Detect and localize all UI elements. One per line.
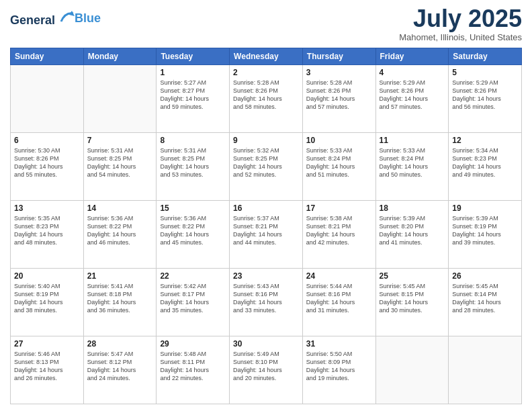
- table-row: [375, 336, 449, 404]
- table-row: 16Sunrise: 5:37 AM Sunset: 8:21 PM Dayli…: [230, 201, 303, 269]
- logo-general: General: [10, 13, 55, 27]
- day-number: 22: [160, 271, 226, 281]
- table-row: 29Sunrise: 5:48 AM Sunset: 8:11 PM Dayli…: [157, 336, 230, 404]
- day-number: 18: [380, 203, 445, 213]
- day-detail: Sunrise: 5:50 AM Sunset: 8:09 PM Dayligh…: [306, 350, 372, 383]
- logo-icon: [60, 9, 75, 24]
- header-tuesday: Tuesday: [157, 48, 230, 65]
- day-detail: Sunrise: 5:33 AM Sunset: 8:24 PM Dayligh…: [306, 146, 372, 179]
- day-detail: Sunrise: 5:31 AM Sunset: 8:25 PM Dayligh…: [87, 146, 153, 179]
- day-detail: Sunrise: 5:33 AM Sunset: 8:24 PM Dayligh…: [380, 146, 445, 179]
- day-detail: Sunrise: 5:27 AM Sunset: 8:27 PM Dayligh…: [160, 79, 226, 111]
- table-row: 28Sunrise: 5:47 AM Sunset: 8:12 PM Dayli…: [83, 336, 157, 404]
- calendar-table: Sunday Monday Tuesday Wednesday Thursday…: [10, 48, 522, 404]
- table-row: 25Sunrise: 5:45 AM Sunset: 8:15 PM Dayli…: [375, 269, 449, 336]
- day-number: 12: [452, 136, 518, 145]
- day-number: 4: [380, 68, 445, 77]
- day-detail: Sunrise: 5:29 AM Sunset: 8:26 PM Dayligh…: [452, 79, 518, 111]
- logo-text: General: [10, 9, 75, 28]
- day-detail: Sunrise: 5:47 AM Sunset: 8:12 PM Dayligh…: [87, 350, 153, 383]
- table-row: 4Sunrise: 5:29 AM Sunset: 8:26 PM Daylig…: [375, 65, 449, 133]
- table-row: 17Sunrise: 5:38 AM Sunset: 8:21 PM Dayli…: [302, 201, 375, 269]
- table-row: 5Sunrise: 5:29 AM Sunset: 8:26 PM Daylig…: [449, 65, 522, 133]
- day-detail: Sunrise: 5:49 AM Sunset: 8:10 PM Dayligh…: [233, 350, 299, 383]
- day-detail: Sunrise: 5:42 AM Sunset: 8:17 PM Dayligh…: [160, 282, 226, 315]
- day-detail: Sunrise: 5:38 AM Sunset: 8:21 PM Dayligh…: [306, 214, 372, 247]
- header: General Blue July 2025 Mahomet, Illinois…: [10, 7, 522, 42]
- day-number: 10: [306, 136, 372, 145]
- day-number: 31: [306, 339, 372, 349]
- logo-blue: Blue: [75, 11, 101, 26]
- day-number: 1: [160, 68, 226, 77]
- day-number: 15: [160, 203, 226, 213]
- table-row: [83, 65, 157, 133]
- table-row: 8Sunrise: 5:31 AM Sunset: 8:25 PM Daylig…: [157, 133, 230, 201]
- day-number: 29: [160, 339, 226, 349]
- day-detail: Sunrise: 5:46 AM Sunset: 8:13 PM Dayligh…: [14, 350, 80, 383]
- table-row: 30Sunrise: 5:49 AM Sunset: 8:10 PM Dayli…: [230, 336, 303, 404]
- day-detail: Sunrise: 5:45 AM Sunset: 8:15 PM Dayligh…: [380, 282, 445, 315]
- header-monday: Monday: [83, 48, 157, 65]
- day-number: 27: [14, 339, 80, 349]
- day-number: 11: [380, 136, 445, 145]
- table-row: 31Sunrise: 5:50 AM Sunset: 8:09 PM Dayli…: [302, 336, 375, 404]
- day-detail: Sunrise: 5:37 AM Sunset: 8:21 PM Dayligh…: [233, 214, 299, 247]
- month-title: July 2025: [399, 7, 522, 31]
- day-detail: Sunrise: 5:39 AM Sunset: 8:20 PM Dayligh…: [380, 214, 445, 247]
- day-number: 9: [233, 136, 299, 145]
- day-number: 13: [14, 203, 80, 213]
- header-friday: Friday: [375, 48, 449, 65]
- table-row: [11, 65, 84, 133]
- day-number: 23: [233, 271, 299, 281]
- day-detail: Sunrise: 5:45 AM Sunset: 8:14 PM Dayligh…: [452, 282, 518, 315]
- day-detail: Sunrise: 5:48 AM Sunset: 8:11 PM Dayligh…: [160, 350, 226, 383]
- location: Mahomet, Illinois, United States: [399, 32, 522, 42]
- day-number: 17: [306, 203, 372, 213]
- table-row: 26Sunrise: 5:45 AM Sunset: 8:14 PM Dayli…: [449, 269, 522, 336]
- day-number: 14: [87, 203, 153, 213]
- day-detail: Sunrise: 5:32 AM Sunset: 8:25 PM Dayligh…: [233, 146, 299, 179]
- day-detail: Sunrise: 5:41 AM Sunset: 8:18 PM Dayligh…: [87, 282, 153, 315]
- table-row: 2Sunrise: 5:28 AM Sunset: 8:26 PM Daylig…: [230, 65, 303, 133]
- day-number: 28: [87, 339, 153, 349]
- day-number: 16: [233, 203, 299, 213]
- day-detail: Sunrise: 5:28 AM Sunset: 8:26 PM Dayligh…: [233, 79, 299, 111]
- day-number: 8: [160, 136, 226, 145]
- day-detail: Sunrise: 5:31 AM Sunset: 8:25 PM Dayligh…: [160, 146, 226, 179]
- day-number: 3: [306, 68, 372, 77]
- day-number: 24: [306, 271, 372, 281]
- day-detail: Sunrise: 5:29 AM Sunset: 8:26 PM Dayligh…: [380, 79, 445, 111]
- calendar-header-row: Sunday Monday Tuesday Wednesday Thursday…: [11, 48, 522, 65]
- header-wednesday: Wednesday: [230, 48, 303, 65]
- table-row: 9Sunrise: 5:32 AM Sunset: 8:25 PM Daylig…: [230, 133, 303, 201]
- day-number: 30: [233, 339, 299, 349]
- day-detail: Sunrise: 5:35 AM Sunset: 8:23 PM Dayligh…: [14, 214, 80, 247]
- day-detail: Sunrise: 5:28 AM Sunset: 8:26 PM Dayligh…: [306, 79, 372, 111]
- table-row: 18Sunrise: 5:39 AM Sunset: 8:20 PM Dayli…: [375, 201, 449, 269]
- table-row: 10Sunrise: 5:33 AM Sunset: 8:24 PM Dayli…: [302, 133, 375, 201]
- day-detail: Sunrise: 5:43 AM Sunset: 8:16 PM Dayligh…: [233, 282, 299, 315]
- day-detail: Sunrise: 5:36 AM Sunset: 8:22 PM Dayligh…: [87, 214, 153, 247]
- table-row: 3Sunrise: 5:28 AM Sunset: 8:26 PM Daylig…: [302, 65, 375, 133]
- day-detail: Sunrise: 5:39 AM Sunset: 8:19 PM Dayligh…: [452, 214, 518, 247]
- day-number: 6: [14, 136, 80, 145]
- header-thursday: Thursday: [302, 48, 375, 65]
- table-row: 19Sunrise: 5:39 AM Sunset: 8:19 PM Dayli…: [449, 201, 522, 269]
- logo: General Blue: [10, 9, 101, 28]
- table-row: 20Sunrise: 5:40 AM Sunset: 8:19 PM Dayli…: [11, 269, 84, 336]
- day-detail: Sunrise: 5:34 AM Sunset: 8:23 PM Dayligh…: [452, 146, 518, 179]
- table-row: 27Sunrise: 5:46 AM Sunset: 8:13 PM Dayli…: [11, 336, 84, 404]
- table-row: 1Sunrise: 5:27 AM Sunset: 8:27 PM Daylig…: [157, 65, 230, 133]
- day-number: 7: [87, 136, 153, 145]
- title-section: July 2025 Mahomet, Illinois, United Stat…: [399, 7, 522, 42]
- table-row: 21Sunrise: 5:41 AM Sunset: 8:18 PM Dayli…: [83, 269, 157, 336]
- table-row: 11Sunrise: 5:33 AM Sunset: 8:24 PM Dayli…: [375, 133, 449, 201]
- day-detail: Sunrise: 5:36 AM Sunset: 8:22 PM Dayligh…: [160, 214, 226, 247]
- table-row: 12Sunrise: 5:34 AM Sunset: 8:23 PM Dayli…: [449, 133, 522, 201]
- header-sunday: Sunday: [11, 48, 84, 65]
- header-saturday: Saturday: [449, 48, 522, 65]
- day-number: 19: [452, 203, 518, 213]
- table-row: 22Sunrise: 5:42 AM Sunset: 8:17 PM Dayli…: [157, 269, 230, 336]
- table-row: 24Sunrise: 5:44 AM Sunset: 8:16 PM Dayli…: [302, 269, 375, 336]
- table-row: 23Sunrise: 5:43 AM Sunset: 8:16 PM Dayli…: [230, 269, 303, 336]
